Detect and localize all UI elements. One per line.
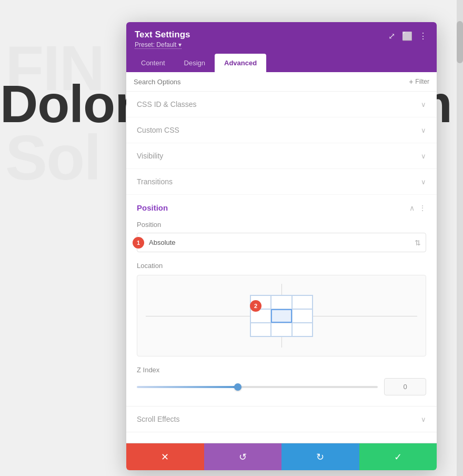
preset-label[interactable]: Preset: Default ▾ — [135, 41, 182, 49]
css-id-classes-chevron: ∨ — [421, 101, 426, 108]
tab-design[interactable]: Design — [175, 54, 215, 72]
css-id-classes-header[interactable]: CSS ID & Classes ∨ — [126, 92, 437, 117]
custom-css-section: Custom CSS ∨ — [126, 117, 437, 143]
reset-button[interactable]: ↺ — [204, 443, 282, 470]
save-icon: ✓ — [394, 451, 402, 463]
custom-css-header[interactable]: Custom CSS ∨ — [126, 117, 437, 143]
position-body: Position 1 Absolute Default Fixed Relati… — [126, 221, 437, 406]
location-grid-container: 2 — [137, 275, 426, 356]
bg-sol-text: Sol — [5, 121, 100, 194]
page-scrollbar[interactable] — [457, 0, 463, 476]
more-options-icon[interactable]: ⋮ — [418, 31, 428, 41]
position-field-label: Position — [137, 221, 426, 229]
tab-advanced[interactable]: Advanced — [215, 54, 266, 72]
modal-header: Text Settings Preset: Default ▾ ⤢ ⬜ ⋮ — [126, 22, 437, 54]
grid-cell-2-1[interactable] — [271, 323, 291, 336]
save-button[interactable]: ✓ — [359, 443, 437, 470]
custom-css-chevron: ∨ — [421, 126, 426, 134]
z-index-label: Z Index — [137, 366, 426, 374]
search-input[interactable] — [134, 78, 409, 86]
expand-icon[interactable]: ⤢ — [386, 31, 397, 41]
position-section: Position ∧ ⋮ Position 1 Absolute Default… — [126, 195, 437, 406]
visibility-header[interactable]: Visibility ∨ — [126, 143, 437, 168]
position-dropdown[interactable]: Absolute Default Fixed Relative — [137, 233, 426, 252]
modal-body: + Filter CSS ID & Classes ∨ Custom CSS ∨… — [126, 72, 437, 443]
visibility-section: Visibility ∨ — [126, 143, 437, 169]
transitions-label: Transitions — [137, 177, 173, 186]
grid-cell-2-2[interactable] — [292, 323, 313, 336]
custom-css-label: Custom CSS — [137, 126, 179, 134]
cancel-icon: ✕ — [161, 451, 169, 463]
visibility-chevron: ∨ — [421, 152, 426, 160]
scrollbar-thumb[interactable] — [457, 21, 463, 63]
grid-cell-0-2[interactable] — [292, 295, 313, 309]
redo-icon: ↻ — [316, 451, 324, 463]
step-badge-2: 2 — [250, 300, 261, 312]
z-index-input[interactable] — [384, 378, 426, 395]
reset-icon: ↺ — [239, 451, 247, 463]
modal-subtitle: Preset: Default ▾ — [135, 41, 190, 48]
z-index-row — [137, 378, 426, 395]
position-select-wrapper: 1 Absolute Default Fixed Relative ⇅ — [137, 233, 426, 252]
transitions-header[interactable]: Transitions ∨ — [126, 169, 437, 194]
grid-cell-0-1[interactable] — [271, 295, 291, 309]
text-settings-modal: Text Settings Preset: Default ▾ ⤢ ⬜ ⋮ Co… — [126, 22, 437, 470]
position-header-icons: ∧ ⋮ — [409, 204, 426, 212]
position-section-header[interactable]: Position ∧ ⋮ — [126, 195, 437, 221]
modal-title-group: Text Settings Preset: Default ▾ — [135, 29, 190, 48]
transitions-section: Transitions ∨ — [126, 169, 437, 195]
step-badge-1: 1 — [133, 237, 144, 249]
slider-track — [137, 386, 378, 388]
modal-footer: ✕ ↺ ↻ ✓ — [126, 443, 437, 470]
scroll-effects-chevron: ∨ — [421, 415, 426, 423]
z-index-slider[interactable] — [137, 382, 378, 392]
position-collapse-icon[interactable]: ∧ — [409, 204, 415, 212]
bottom-spacer — [126, 432, 437, 443]
location-label: Location — [137, 262, 426, 270]
css-id-classes-section: CSS ID & Classes ∨ — [126, 92, 437, 117]
z-index-section: Z Index — [137, 366, 426, 395]
search-bar: + Filter — [126, 72, 437, 92]
scroll-effects-label: Scroll Effects — [137, 415, 179, 423]
grid-cell-2-0[interactable] — [250, 323, 271, 336]
cancel-button[interactable]: ✕ — [126, 443, 204, 470]
modal-title: Text Settings — [135, 29, 190, 40]
filter-plus-icon: + — [409, 77, 413, 86]
slider-thumb[interactable] — [234, 383, 241, 391]
modal-header-icons: ⤢ ⬜ ⋮ — [386, 31, 428, 41]
visibility-label: Visibility — [137, 152, 163, 160]
scroll-effects-header[interactable]: Scroll Effects ∨ — [126, 406, 437, 432]
tab-content[interactable]: Content — [132, 54, 175, 72]
grid-cell-1-2[interactable] — [292, 309, 313, 323]
split-view-icon[interactable]: ⬜ — [402, 31, 412, 41]
filter-button[interactable]: + Filter — [409, 77, 429, 86]
scroll-effects-section: Scroll Effects ∨ — [126, 406, 437, 432]
position-more-icon[interactable]: ⋮ — [419, 204, 426, 212]
grid-cell-1-1[interactable] — [271, 309, 291, 323]
location-grid: 2 — [146, 284, 417, 348]
transitions-chevron: ∨ — [421, 178, 426, 186]
redo-button[interactable]: ↻ — [281, 443, 359, 470]
filter-label: Filter — [415, 78, 429, 85]
modal-tabs: Content Design Advanced — [126, 54, 437, 72]
position-section-label: Position — [137, 203, 168, 212]
css-id-classes-label: CSS ID & Classes — [137, 100, 197, 108]
